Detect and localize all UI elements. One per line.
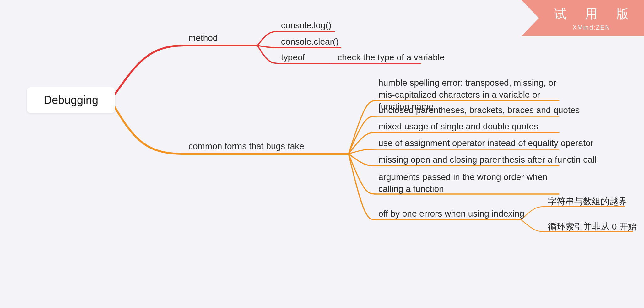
node-console-log[interactable]: console.log() bbox=[281, 20, 331, 30]
branch-method-label: method bbox=[188, 33, 218, 43]
branch-common[interactable]: common forms that bugs take bbox=[188, 141, 304, 151]
node-wrong-arg-order[interactable]: arguments passed in the wrong order when… bbox=[378, 171, 560, 195]
node-mixed-quotes[interactable]: mixed usage of single and double quotes bbox=[378, 122, 538, 132]
trial-watermark: 试 用 版 XMind:ZEN bbox=[522, 0, 644, 36]
node-oob-string-array[interactable]: 字符串与数组的越界 bbox=[548, 196, 627, 208]
node-loop-index-not-zero[interactable]: 循环索引并非从 0 开始 bbox=[548, 221, 637, 233]
watermark-subtitle: XMind:ZEN bbox=[572, 24, 610, 31]
node-console-clear[interactable]: console.clear() bbox=[281, 37, 339, 47]
mindmap-canvas: Debugging method console.log() console.c… bbox=[0, 0, 644, 308]
node-off-by-one[interactable]: off by one errors when using indexing bbox=[378, 209, 524, 219]
root-label: Debugging bbox=[44, 94, 98, 107]
root-topic[interactable]: Debugging bbox=[27, 87, 115, 113]
node-unclosed[interactable]: unclosed parentheses, brackets, braces a… bbox=[378, 105, 580, 115]
node-typeof-desc[interactable]: check the type of a variable bbox=[338, 52, 445, 62]
branch-common-label: common forms that bugs take bbox=[188, 141, 304, 151]
watermark-title: 试 用 版 bbox=[554, 5, 636, 23]
node-assignment-vs-equality[interactable]: use of assignment operator instead of eq… bbox=[378, 138, 593, 148]
branch-method[interactable]: method bbox=[188, 33, 218, 43]
node-typeof[interactable]: typeof bbox=[281, 52, 305, 62]
node-missing-parens[interactable]: missing open and closing parenthesis aft… bbox=[378, 155, 596, 165]
